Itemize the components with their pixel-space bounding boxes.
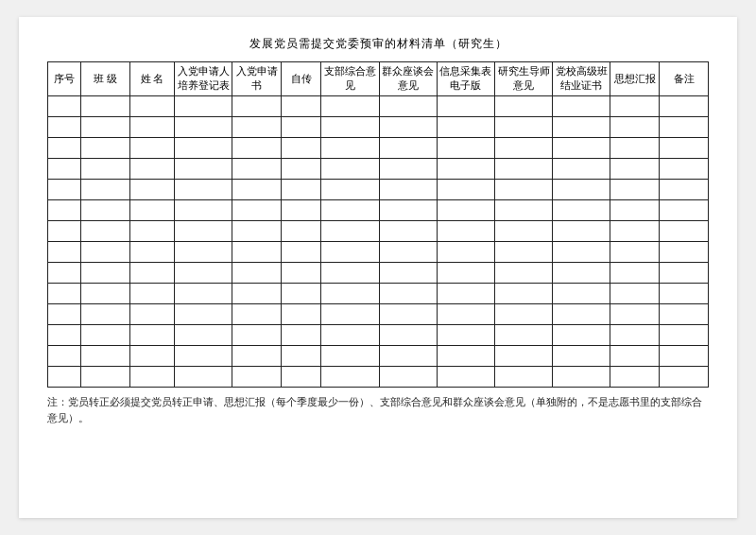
table-cell xyxy=(553,262,610,283)
table-cell xyxy=(81,324,130,345)
table-cell xyxy=(282,220,321,241)
table-row xyxy=(48,283,709,303)
table-cell xyxy=(321,345,379,366)
table-cell xyxy=(81,199,130,220)
table-cell xyxy=(321,366,379,387)
table-cell xyxy=(379,220,437,241)
table-cell xyxy=(175,158,232,179)
table-row xyxy=(48,366,709,387)
table-cell xyxy=(660,303,709,324)
table-cell xyxy=(660,95,709,116)
table-cell xyxy=(175,95,232,116)
table-cell xyxy=(437,137,494,158)
table-cell xyxy=(495,345,553,366)
table-cell xyxy=(660,220,709,241)
table-cell xyxy=(175,116,232,137)
table-cell xyxy=(130,366,175,387)
col-header-highclass: 党校高级班结业证书 xyxy=(553,62,610,96)
table-cell xyxy=(175,241,232,262)
table-cell xyxy=(437,220,494,241)
table-cell xyxy=(379,137,437,158)
table-cell xyxy=(660,199,709,220)
table-cell xyxy=(321,137,379,158)
table-cell xyxy=(321,116,379,137)
table-cell xyxy=(379,199,437,220)
table-cell xyxy=(130,303,175,324)
table-cell xyxy=(48,303,81,324)
table-cell xyxy=(553,179,610,199)
table-cell xyxy=(282,95,321,116)
table-cell xyxy=(48,179,81,199)
table-cell xyxy=(495,179,553,199)
col-header-apply: 入党申请书 xyxy=(232,62,282,96)
table-cell xyxy=(130,95,175,116)
table-cell xyxy=(553,199,610,220)
table-cell xyxy=(321,158,379,179)
table-cell xyxy=(232,303,282,324)
table-cell xyxy=(553,283,610,303)
col-header-name: 姓 名 xyxy=(130,62,175,96)
table-cell xyxy=(48,158,81,179)
table-cell xyxy=(81,95,130,116)
col-header-thought: 思想汇报 xyxy=(610,62,660,96)
table-cell xyxy=(379,303,437,324)
table-cell xyxy=(282,283,321,303)
table-cell xyxy=(232,366,282,387)
table-row xyxy=(48,303,709,324)
table-cell xyxy=(610,95,660,116)
table-cell xyxy=(130,241,175,262)
page: 发展党员需提交党委预审的材料清单（研究生） 序号 班 级 姓 名 入党申请人培养… xyxy=(19,17,737,518)
table-cell xyxy=(321,262,379,283)
col-header-mass: 群众座谈会意见 xyxy=(379,62,437,96)
table-cell xyxy=(232,262,282,283)
table-cell xyxy=(610,345,660,366)
table-cell xyxy=(321,199,379,220)
table-cell xyxy=(495,303,553,324)
table-cell xyxy=(130,262,175,283)
col-header-bio: 自传 xyxy=(282,62,321,96)
table-cell xyxy=(321,220,379,241)
col-header-branch: 支部综合意见 xyxy=(321,62,379,96)
table-row xyxy=(48,199,709,220)
table-cell xyxy=(553,137,610,158)
table-cell xyxy=(495,95,553,116)
table-cell xyxy=(282,366,321,387)
table-cell xyxy=(437,179,494,199)
table-cell xyxy=(130,345,175,366)
table-cell xyxy=(610,303,660,324)
table-cell xyxy=(437,366,494,387)
table-cell xyxy=(321,179,379,199)
table-cell xyxy=(610,324,660,345)
table-cell xyxy=(232,324,282,345)
table-cell xyxy=(282,199,321,220)
table-cell xyxy=(553,116,610,137)
table-cell xyxy=(553,220,610,241)
table-cell xyxy=(495,137,553,158)
table-cell xyxy=(321,241,379,262)
table-cell xyxy=(232,179,282,199)
table-cell xyxy=(553,241,610,262)
table-cell xyxy=(81,116,130,137)
table-cell xyxy=(81,179,130,199)
table-cell xyxy=(553,95,610,116)
table-cell xyxy=(495,324,553,345)
table-cell xyxy=(282,179,321,199)
table-cell xyxy=(379,283,437,303)
table-cell xyxy=(553,303,610,324)
table-cell xyxy=(495,262,553,283)
table-row xyxy=(48,262,709,283)
table-cell xyxy=(232,345,282,366)
table-cell xyxy=(610,116,660,137)
table-cell xyxy=(437,241,494,262)
col-header-remark: 备注 xyxy=(660,62,709,96)
table-cell xyxy=(379,262,437,283)
table-cell xyxy=(437,324,494,345)
table-cell xyxy=(232,220,282,241)
table-cell xyxy=(495,283,553,303)
table-cell xyxy=(130,283,175,303)
table-body xyxy=(48,95,709,387)
table-cell xyxy=(81,345,130,366)
table-cell xyxy=(321,95,379,116)
table-cell xyxy=(130,324,175,345)
table-cell xyxy=(175,283,232,303)
